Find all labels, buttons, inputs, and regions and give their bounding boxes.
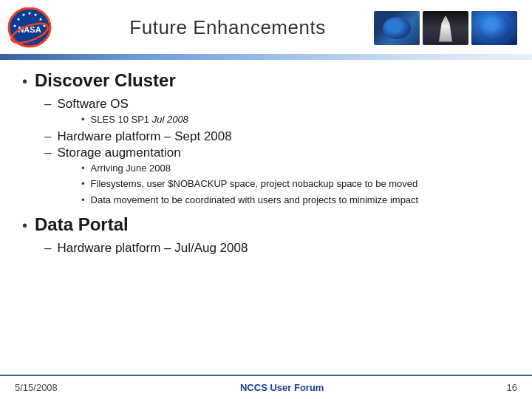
blue-bar (0, 54, 532, 60)
nasa-logo: NASA (7, 7, 52, 48)
svg-point-7 (14, 25, 16, 27)
section2-subsections: – Hardware platform – Jul/Aug 2008 (44, 241, 510, 256)
arriving-bullet: • Arriving June 2008 (81, 162, 510, 175)
sub-dot-1: • (81, 113, 85, 126)
filesystems-bullet: • Filesystems, user $NOBACKUP space, pro… (81, 177, 510, 191)
bullet-dot-2: • (22, 218, 27, 233)
sub-dot-2: • (81, 162, 85, 175)
rocket-image (423, 11, 468, 45)
software-os-item: – Software OS (44, 97, 510, 112)
arriving-text: Arriving June 2008 (91, 162, 171, 175)
sub-dot-3: • (81, 177, 85, 191)
earth-image (374, 11, 420, 45)
svg-point-3 (23, 14, 25, 16)
sub-dot-4: • (81, 194, 85, 207)
main-content: • Discover Cluster – Software OS • SLES … (0, 60, 532, 266)
storage-label: Storage augmentation (57, 146, 180, 160)
svg-point-6 (40, 18, 42, 21)
header: NASA Future Enhancements (0, 0, 532, 54)
page-title: Future Enhancements (52, 16, 374, 39)
software-os-label: Software OS (57, 97, 128, 112)
data-movement-text: Data movement to be coordinated with use… (91, 194, 419, 207)
globe-image (471, 11, 517, 45)
hardware-item: – Hardware platform – Sept 2008 (44, 129, 510, 144)
dash-2: – (44, 129, 51, 144)
dash-3: – (44, 146, 51, 160)
section2-header: • Data Portal (22, 214, 510, 235)
svg-point-2 (18, 18, 20, 21)
storage-item: – Storage augmentation (44, 146, 510, 160)
sles-bullet: • SLES 10 SP1 Jul 2008 (81, 113, 510, 126)
dash-1: – (44, 97, 51, 112)
footer-date: 5/15/2008 (15, 382, 58, 393)
data-portal-hardware-item: – Hardware platform – Jul/Aug 2008 (44, 241, 510, 256)
dash-4: – (44, 241, 51, 256)
section1-title: Discover Cluster (35, 70, 176, 91)
svg-point-5 (35, 14, 37, 16)
software-os-bullets: • SLES 10 SP1 Jul 2008 (81, 113, 510, 126)
section2-title: Data Portal (35, 214, 129, 235)
data-portal-hardware-label: Hardware platform – Jul/Aug 2008 (57, 241, 248, 256)
header-images (374, 11, 517, 45)
section1-subsections: – Software OS • SLES 10 SP1 Jul 2008 – H… (44, 97, 510, 207)
svg-point-4 (29, 13, 31, 15)
filesystems-text: Filesystems, user $NOBACKUP space, proje… (91, 177, 418, 191)
storage-bullets: • Arriving June 2008 • Filesystems, user… (81, 162, 510, 207)
sles-text: SLES 10 SP1 Jul 2008 (91, 113, 188, 126)
data-movement-bullet: • Data movement to be coordinated with u… (81, 194, 510, 207)
bullet-dot-1: • (22, 74, 27, 89)
footer-page: 16 (507, 382, 517, 393)
footer: 5/15/2008 NCCS User Forum 16 (0, 375, 532, 399)
hardware-label: Hardware platform – Sept 2008 (57, 129, 231, 144)
footer-title: NCCS User Forum (240, 382, 324, 393)
section1-header: • Discover Cluster (22, 70, 510, 91)
